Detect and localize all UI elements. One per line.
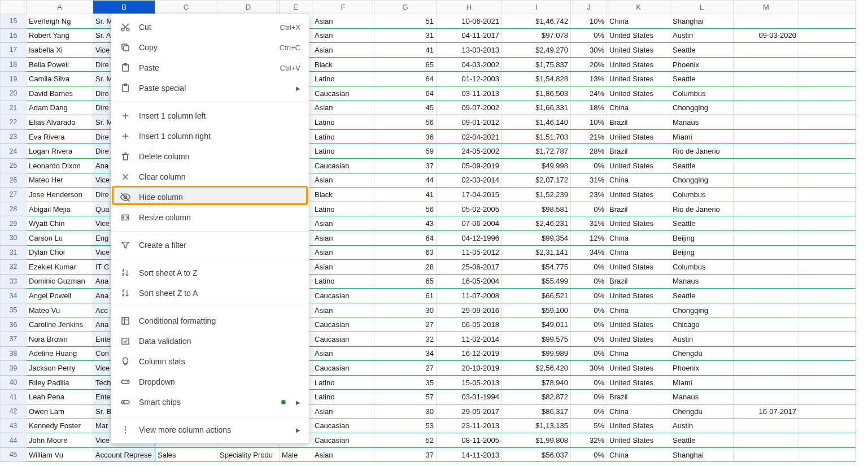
menu-insert-right[interactable]: Insert 1 column right — [111, 126, 309, 146]
cell[interactable]: 18% — [571, 101, 607, 115]
cell[interactable] — [734, 419, 799, 433]
cell[interactable]: China — [607, 14, 670, 29]
column-header-E[interactable]: E — [280, 1, 312, 14]
cell[interactable]: Brazil — [607, 144, 670, 159]
cell[interactable]: 05-09-2019 — [437, 158, 502, 173]
cell[interactable] — [799, 144, 856, 159]
row-header[interactable]: 35 — [1, 303, 27, 317]
menu-sort-za[interactable]: Sort sheet Z to A — [111, 283, 309, 303]
menu-data-validation[interactable]: Data validation — [111, 331, 309, 351]
cell[interactable]: $1,46,742 — [502, 14, 571, 29]
cell[interactable]: 04-03-2002 — [437, 57, 502, 72]
column-header-H[interactable]: H — [437, 1, 502, 14]
cell[interactable]: 03-01-1994 — [437, 390, 502, 404]
cell[interactable]: Elias Alvarado — [27, 115, 93, 130]
row-header[interactable]: 26 — [1, 173, 27, 188]
cell[interactable] — [734, 57, 799, 72]
cell[interactable] — [799, 158, 856, 173]
cell[interactable]: $99,989 — [502, 346, 571, 361]
cell[interactable] — [799, 202, 856, 216]
cell[interactable] — [799, 303, 856, 317]
row-header[interactable]: 17 — [1, 43, 27, 58]
cell[interactable]: United States — [607, 86, 670, 101]
cell[interactable]: United States — [607, 289, 670, 303]
cell[interactable]: 0% — [571, 346, 607, 361]
cell[interactable]: Asian — [312, 346, 374, 361]
row-header[interactable]: 40 — [1, 375, 27, 390]
row-header[interactable]: 34 — [1, 289, 27, 303]
cell[interactable]: Columbus — [670, 86, 734, 101]
cell[interactable]: $54,775 — [502, 260, 571, 275]
cell[interactable]: 0% — [571, 289, 607, 303]
cell[interactable] — [799, 332, 856, 347]
cell[interactable]: 06-05-2018 — [437, 317, 502, 332]
cell[interactable]: 64 — [374, 86, 437, 101]
cell[interactable]: 32% — [571, 433, 607, 448]
select-all-corner[interactable] — [1, 1, 27, 14]
cell[interactable] — [734, 72, 799, 86]
cell[interactable] — [734, 317, 799, 332]
cell[interactable]: Asian — [312, 260, 374, 275]
cell[interactable]: $66,521 — [502, 289, 571, 303]
cell[interactable] — [799, 447, 856, 462]
cell[interactable]: $1,99,808 — [502, 433, 571, 448]
row-header[interactable]: 23 — [1, 129, 27, 144]
menu-column-stats[interactable]: Column stats — [111, 351, 309, 372]
cell[interactable]: Rio de Janerio — [670, 144, 734, 159]
cell[interactable]: 07-06-2004 — [437, 216, 502, 231]
cell[interactable] — [799, 216, 856, 231]
cell[interactable]: 20-10-2019 — [437, 361, 502, 376]
cell[interactable]: Phoenix — [670, 57, 734, 72]
row-header[interactable]: 30 — [1, 230, 27, 245]
cell[interactable]: 23-11-2013 — [437, 419, 502, 433]
cell[interactable]: Caucasian — [312, 419, 374, 433]
cell[interactable]: Austin — [670, 28, 734, 43]
cell[interactable]: $1,86,503 — [502, 86, 571, 101]
menu-smart-chips[interactable]: Smart chips ▶ — [111, 392, 309, 412]
cell[interactable]: 37 — [374, 158, 437, 173]
cell[interactable] — [734, 86, 799, 101]
cell[interactable]: 04-11-2017 — [437, 28, 502, 43]
cell[interactable]: Adam Dang — [27, 101, 93, 115]
cell[interactable]: Latino — [312, 390, 374, 404]
cell[interactable] — [799, 260, 856, 275]
cell[interactable] — [734, 433, 799, 448]
cell[interactable]: 02-04-2021 — [437, 129, 502, 144]
cell[interactable]: 25-06-2017 — [437, 260, 502, 275]
cell[interactable]: Leah Pena — [27, 390, 93, 404]
cell[interactable] — [734, 101, 799, 115]
cell[interactable]: Asian — [312, 303, 374, 317]
cell[interactable]: 16-05-2004 — [437, 274, 502, 289]
cell[interactable] — [799, 245, 856, 260]
cell[interactable]: 29-05-2017 — [437, 404, 502, 419]
cell[interactable]: Brazil — [607, 390, 670, 404]
row-header[interactable]: 38 — [1, 346, 27, 361]
row-header[interactable]: 24 — [1, 144, 27, 159]
cell[interactable]: Latino — [312, 72, 374, 86]
cell[interactable] — [734, 14, 799, 29]
cell[interactable] — [734, 447, 799, 462]
cell[interactable]: China — [607, 173, 670, 188]
cell[interactable]: United States — [607, 361, 670, 376]
menu-insert-left[interactable]: Insert 1 column left — [111, 106, 309, 126]
cell[interactable]: 0% — [571, 317, 607, 332]
cell[interactable]: Bella Powell — [27, 57, 93, 72]
cell[interactable]: 0% — [571, 390, 607, 404]
cell[interactable]: Asian — [312, 43, 374, 58]
cell[interactable] — [734, 390, 799, 404]
row-header[interactable]: 36 — [1, 317, 27, 332]
cell[interactable]: Asian — [312, 404, 374, 419]
cell[interactable]: 27 — [374, 361, 437, 376]
cell[interactable]: 56 — [374, 115, 437, 130]
cell[interactable]: Asian — [312, 173, 374, 188]
cell[interactable]: $59,100 — [502, 303, 571, 317]
cell[interactable]: 05-02-2005 — [437, 202, 502, 216]
cell[interactable]: 31% — [571, 173, 607, 188]
cell[interactable]: 34 — [374, 346, 437, 361]
cell[interactable]: Phoenix — [670, 361, 734, 376]
cell[interactable]: China — [607, 447, 670, 462]
cell[interactable]: United States — [607, 216, 670, 231]
cell[interactable]: $82,872 — [502, 390, 571, 404]
cell[interactable]: Robert Yang — [27, 28, 93, 43]
cell[interactable]: Abigail Mejia — [27, 202, 93, 216]
